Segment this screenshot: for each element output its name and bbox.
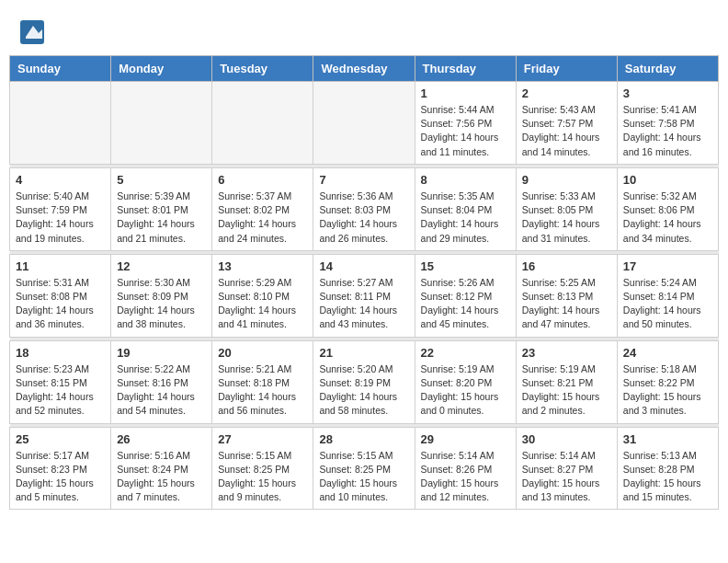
day-info: Sunrise: 5:23 AMSunset: 8:15 PMDaylight:… <box>16 362 105 419</box>
calendar-week-row: 18Sunrise: 5:23 AMSunset: 8:15 PMDayligh… <box>10 340 719 423</box>
day-number: 29 <box>421 432 510 446</box>
calendar-day-cell: 20Sunrise: 5:21 AMSunset: 8:18 PMDayligh… <box>212 340 313 423</box>
calendar-day-cell: 10Sunrise: 5:32 AMSunset: 8:06 PMDayligh… <box>617 167 718 250</box>
calendar-day-header: Thursday <box>415 56 516 82</box>
day-number: 2 <box>522 86 611 100</box>
day-info: Sunrise: 5:17 AMSunset: 8:23 PMDaylight:… <box>16 449 105 505</box>
day-number: 11 <box>16 259 105 273</box>
day-info: Sunrise: 5:21 AMSunset: 8:18 PMDaylight:… <box>218 362 307 419</box>
calendar-day-cell <box>313 82 415 165</box>
calendar-day-cell <box>212 82 313 165</box>
day-number: 13 <box>218 259 307 273</box>
day-info: Sunrise: 5:41 AMSunset: 7:58 PMDaylight:… <box>623 103 712 159</box>
day-number: 8 <box>421 173 510 187</box>
calendar-day-cell: 29Sunrise: 5:14 AMSunset: 8:26 PMDayligh… <box>415 427 516 510</box>
calendar-day-cell: 6Sunrise: 5:37 AMSunset: 8:02 PMDaylight… <box>212 167 313 250</box>
day-info: Sunrise: 5:36 AMSunset: 8:03 PMDaylight:… <box>319 190 408 246</box>
calendar-day-header: Tuesday <box>212 56 313 82</box>
day-number: 28 <box>319 432 408 446</box>
calendar-day-cell: 19Sunrise: 5:22 AMSunset: 8:16 PMDayligh… <box>111 340 212 423</box>
calendar-day-cell: 14Sunrise: 5:27 AMSunset: 8:11 PMDayligh… <box>313 254 415 337</box>
calendar-day-cell: 24Sunrise: 5:18 AMSunset: 8:22 PMDayligh… <box>617 340 718 423</box>
day-info: Sunrise: 5:39 AMSunset: 8:01 PMDaylight:… <box>117 190 206 246</box>
day-number: 10 <box>623 173 712 187</box>
day-number: 3 <box>623 86 712 100</box>
day-number: 9 <box>522 173 611 187</box>
calendar-day-header: Wednesday <box>313 56 415 82</box>
calendar-week-row: 11Sunrise: 5:31 AMSunset: 8:08 PMDayligh… <box>10 254 719 337</box>
logo <box>18 18 50 46</box>
calendar-day-cell <box>10 82 111 165</box>
calendar-day-cell <box>111 82 212 165</box>
day-info: Sunrise: 5:14 AMSunset: 8:27 PMDaylight:… <box>522 449 611 505</box>
day-info: Sunrise: 5:22 AMSunset: 8:16 PMDaylight:… <box>117 362 206 419</box>
day-number: 20 <box>218 346 307 360</box>
day-number: 6 <box>218 173 307 187</box>
calendar-day-cell: 17Sunrise: 5:24 AMSunset: 8:14 PMDayligh… <box>617 254 718 337</box>
calendar-day-cell: 9Sunrise: 5:33 AMSunset: 8:05 PMDaylight… <box>516 167 617 250</box>
day-number: 26 <box>117 432 206 446</box>
logo-icon <box>18 18 46 46</box>
day-number: 18 <box>16 346 105 360</box>
day-info: Sunrise: 5:25 AMSunset: 8:13 PMDaylight:… <box>522 276 611 332</box>
day-number: 21 <box>319 346 408 360</box>
day-info: Sunrise: 5:18 AMSunset: 8:22 PMDaylight:… <box>623 362 712 419</box>
day-number: 7 <box>319 173 408 187</box>
day-number: 19 <box>117 346 206 360</box>
calendar-week-row: 1Sunrise: 5:44 AMSunset: 7:56 PMDaylight… <box>10 82 719 165</box>
calendar-day-header: Monday <box>111 56 212 82</box>
calendar-day-cell: 21Sunrise: 5:20 AMSunset: 8:19 PMDayligh… <box>313 340 415 423</box>
day-number: 30 <box>522 432 611 446</box>
calendar-header-row: SundayMondayTuesdayWednesdayThursdayFrid… <box>10 56 719 82</box>
day-info: Sunrise: 5:27 AMSunset: 8:11 PMDaylight:… <box>319 276 408 332</box>
calendar-day-cell: 31Sunrise: 5:13 AMSunset: 8:28 PMDayligh… <box>617 427 718 510</box>
calendar-day-cell: 11Sunrise: 5:31 AMSunset: 8:08 PMDayligh… <box>10 254 111 337</box>
day-info: Sunrise: 5:20 AMSunset: 8:19 PMDaylight:… <box>319 362 408 419</box>
day-info: Sunrise: 5:15 AMSunset: 8:25 PMDaylight:… <box>218 449 307 505</box>
day-info: Sunrise: 5:35 AMSunset: 8:04 PMDaylight:… <box>421 190 510 246</box>
calendar-day-header: Sunday <box>10 56 111 82</box>
calendar-day-header: Friday <box>516 56 617 82</box>
calendar-day-cell: 22Sunrise: 5:19 AMSunset: 8:20 PMDayligh… <box>415 340 516 423</box>
day-number: 12 <box>117 259 206 273</box>
day-number: 27 <box>218 432 307 446</box>
day-info: Sunrise: 5:40 AMSunset: 7:59 PMDaylight:… <box>16 190 105 246</box>
calendar-day-cell: 5Sunrise: 5:39 AMSunset: 8:01 PMDaylight… <box>111 167 212 250</box>
calendar-day-header: Saturday <box>617 56 718 82</box>
day-number: 14 <box>319 259 408 273</box>
day-number: 1 <box>421 86 510 100</box>
day-number: 25 <box>16 432 105 446</box>
day-info: Sunrise: 5:19 AMSunset: 8:20 PMDaylight:… <box>421 362 510 419</box>
calendar-day-cell: 28Sunrise: 5:15 AMSunset: 8:25 PMDayligh… <box>313 427 415 510</box>
day-number: 17 <box>623 259 712 273</box>
day-info: Sunrise: 5:15 AMSunset: 8:25 PMDaylight:… <box>319 449 408 505</box>
day-info: Sunrise: 5:33 AMSunset: 8:05 PMDaylight:… <box>522 190 611 246</box>
day-number: 5 <box>117 173 206 187</box>
calendar-day-cell: 16Sunrise: 5:25 AMSunset: 8:13 PMDayligh… <box>516 254 617 337</box>
day-info: Sunrise: 5:32 AMSunset: 8:06 PMDaylight:… <box>623 190 712 246</box>
day-info: Sunrise: 5:44 AMSunset: 7:56 PMDaylight:… <box>421 103 510 159</box>
calendar-day-cell: 30Sunrise: 5:14 AMSunset: 8:27 PMDayligh… <box>516 427 617 510</box>
day-number: 31 <box>623 432 712 446</box>
day-info: Sunrise: 5:19 AMSunset: 8:21 PMDaylight:… <box>522 362 611 419</box>
day-info: Sunrise: 5:29 AMSunset: 8:10 PMDaylight:… <box>218 276 307 332</box>
day-info: Sunrise: 5:16 AMSunset: 8:24 PMDaylight:… <box>117 449 206 505</box>
calendar-day-cell: 25Sunrise: 5:17 AMSunset: 8:23 PMDayligh… <box>10 427 111 510</box>
day-info: Sunrise: 5:43 AMSunset: 7:57 PMDaylight:… <box>522 103 611 159</box>
calendar-day-cell: 2Sunrise: 5:43 AMSunset: 7:57 PMDaylight… <box>516 82 617 165</box>
calendar-day-cell: 26Sunrise: 5:16 AMSunset: 8:24 PMDayligh… <box>111 427 212 510</box>
day-info: Sunrise: 5:31 AMSunset: 8:08 PMDaylight:… <box>16 276 105 332</box>
day-info: Sunrise: 5:14 AMSunset: 8:26 PMDaylight:… <box>421 449 510 505</box>
day-info: Sunrise: 5:26 AMSunset: 8:12 PMDaylight:… <box>421 276 510 332</box>
calendar-day-cell: 4Sunrise: 5:40 AMSunset: 7:59 PMDaylight… <box>10 167 111 250</box>
day-number: 16 <box>522 259 611 273</box>
calendar-day-cell: 23Sunrise: 5:19 AMSunset: 8:21 PMDayligh… <box>516 340 617 423</box>
day-number: 4 <box>16 173 105 187</box>
calendar-table: SundayMondayTuesdayWednesdayThursdayFrid… <box>9 55 719 510</box>
calendar-day-cell: 13Sunrise: 5:29 AMSunset: 8:10 PMDayligh… <box>212 254 313 337</box>
day-number: 23 <box>522 346 611 360</box>
calendar-day-cell: 12Sunrise: 5:30 AMSunset: 8:09 PMDayligh… <box>111 254 212 337</box>
page-header <box>9 9 719 51</box>
calendar-day-cell: 8Sunrise: 5:35 AMSunset: 8:04 PMDaylight… <box>415 167 516 250</box>
day-info: Sunrise: 5:30 AMSunset: 8:09 PMDaylight:… <box>117 276 206 332</box>
